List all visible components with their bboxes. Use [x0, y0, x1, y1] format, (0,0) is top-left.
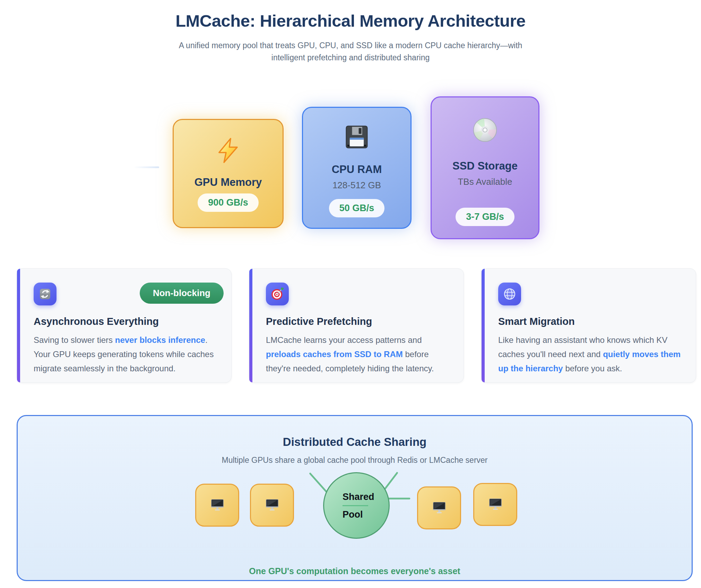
- feature-card-asynchronous-everything: Non-blocking Asynchronous Everything Sav…: [17, 268, 232, 383]
- pool-divider: [343, 505, 368, 506]
- tier-connector-line: [133, 166, 159, 168]
- tier-title: GPU Memory: [194, 176, 262, 189]
- shared-pool-label-line1: Shared: [343, 491, 389, 502]
- feature-accent-bar: [482, 269, 485, 382]
- feature-card-predictive-prefetching: Predictive Prefetching LMCache learns yo…: [249, 268, 464, 383]
- shared-pool-label-line2: Pool: [343, 509, 389, 520]
- bandwidth-badge: 50 GB/s: [329, 199, 385, 217]
- tier-capacity-ghost: 24-80 GB: [209, 198, 246, 208]
- desktop-icon: [264, 496, 280, 514]
- target-icon: [266, 283, 289, 305]
- bandwidth-badge: 900 GB/s: [198, 193, 259, 212]
- gpu-node: [195, 484, 239, 527]
- tier-title: CPU RAM: [332, 163, 382, 176]
- tier-title: SSD Storage: [452, 160, 518, 172]
- shared-pool-circle: Shared Pool: [323, 472, 390, 539]
- sync-arrows-icon: [34, 283, 57, 305]
- lightning-icon: [215, 137, 241, 165]
- globe-icon: [498, 283, 521, 305]
- tier-capacity: 128-512 GB: [332, 180, 381, 191]
- gpu-cluster-diagram: Shared Pool: [18, 416, 692, 580]
- feature-card-smart-migration: Smart Migration Like having an assistant…: [481, 268, 696, 383]
- feature-body: Saving to slower tiers never blocks infe…: [34, 333, 219, 375]
- header: LMCache: Hierarchical Memory Architectur…: [0, 0, 701, 64]
- gpu-node: [417, 486, 461, 529]
- page-subtitle: A unified memory pool that treats GPU, C…: [163, 40, 538, 64]
- tier-card-ssd-storage: SSD Storage TBs Available 3-7 GB/s: [431, 96, 539, 239]
- distributed-cache-sharing-panel: Distributed Cache Sharing Multiple GPUs …: [17, 415, 693, 581]
- page-title: LMCache: Hierarchical Memory Architectur…: [0, 11, 701, 31]
- desktop-icon: [209, 496, 225, 514]
- feature-title: Smart Migration: [498, 316, 683, 327]
- desktop-icon: [431, 499, 447, 517]
- tier-card-gpu-memory: GPU Memory 24-80 GB 900 GB/s: [173, 119, 284, 228]
- tier-capacity: TBs Available: [458, 176, 512, 187]
- gpu-node: [473, 483, 517, 526]
- tier-card-cpu-ram: CPU RAM 128-512 GB 50 GB/s: [302, 107, 412, 229]
- feature-body: LMCache learns your access patterns and …: [266, 333, 451, 375]
- cd-icon: [472, 117, 498, 145]
- non-blocking-badge: Non-blocking: [140, 283, 224, 304]
- bandwidth-badge: 3-7 GB/s: [456, 208, 514, 226]
- share-caption: One GPU's computation becomes everyone's…: [18, 566, 692, 576]
- feature-title: Asynchronous Everything: [34, 316, 219, 327]
- floppy-disk-icon: [344, 124, 369, 151]
- gpu-node: [250, 484, 294, 527]
- feature-accent-bar: [17, 269, 20, 382]
- feature-accent-bar: [249, 269, 252, 382]
- feature-body: Like having an assistant who knows which…: [498, 333, 683, 375]
- feature-title: Predictive Prefetching: [266, 316, 451, 327]
- desktop-icon: [487, 496, 503, 513]
